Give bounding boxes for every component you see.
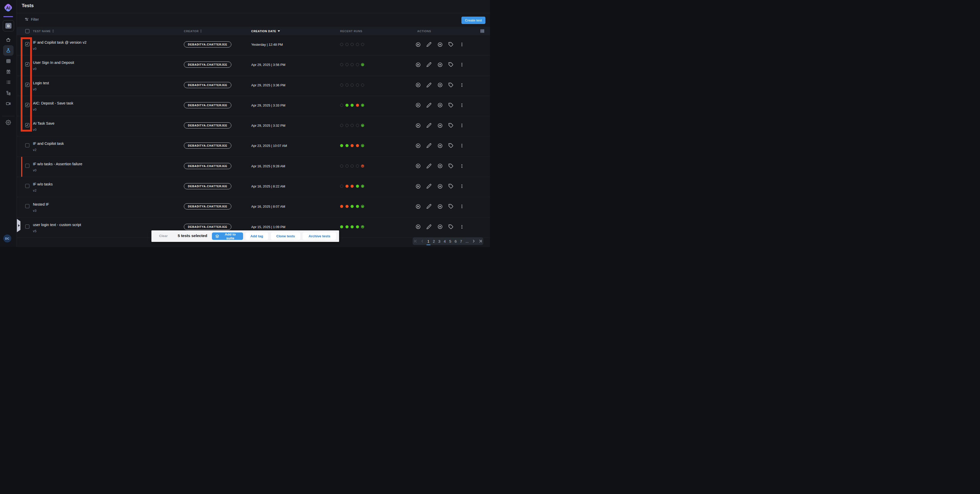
page-button-1[interactable]: 1: [427, 239, 430, 244]
table-row[interactable]: IF w/o tasks - Assertion failure v0 DEBA…: [17, 157, 490, 177]
edit-test-button[interactable]: [426, 183, 432, 189]
last-page-button[interactable]: [479, 239, 483, 244]
edit-test-button[interactable]: [426, 123, 432, 128]
table-row[interactable]: Login test v0 DEBADITYA.CHATTERJEE Apr 2…: [17, 76, 490, 96]
select-all-checkbox[interactable]: [25, 29, 29, 33]
table-row[interactable]: AIC: Deposit - Save task v0 DEBADITYA.CH…: [17, 96, 490, 116]
run-test-button[interactable]: [415, 163, 421, 169]
filter-button[interactable]: Filter: [24, 17, 39, 21]
test-name[interactable]: IF w/o tasks - Assertion failure: [33, 162, 82, 166]
column-test-name[interactable]: TEST NAME: [33, 27, 54, 35]
prev-page-button[interactable]: [420, 239, 425, 244]
more-options-button[interactable]: [459, 41, 465, 47]
more-options-button[interactable]: [459, 62, 465, 67]
edit-test-button[interactable]: [426, 143, 432, 148]
table-row[interactable]: IF w/o tasks v2 DEBADITYA.CHATTERJEE Apr…: [17, 177, 490, 197]
tag-button[interactable]: [448, 82, 454, 88]
add-tag-bulk-button[interactable]: Add tag: [245, 233, 268, 240]
more-options-button[interactable]: [459, 163, 465, 169]
tag-button[interactable]: [448, 62, 454, 67]
add-to-suite-button[interactable]: [437, 143, 443, 148]
add-to-suite-button[interactable]: [437, 204, 443, 209]
add-to-suite-button[interactable]: [437, 123, 443, 128]
row-checkbox[interactable]: [25, 42, 29, 46]
first-page-button[interactable]: [414, 239, 417, 244]
tag-button[interactable]: [448, 183, 454, 189]
archive-tests-button[interactable]: Archive tests: [302, 233, 336, 240]
test-name[interactable]: IF and Copilot task @ version v2: [33, 40, 87, 45]
test-name[interactable]: user login text - custom script: [33, 223, 81, 227]
page-button-4[interactable]: 4: [444, 239, 446, 244]
add-to-suite-button[interactable]: [437, 163, 443, 169]
tag-button[interactable]: [448, 224, 454, 229]
sidebar-item-suites[interactable]: [3, 66, 14, 77]
sidebar-item-runs-list[interactable]: [3, 77, 14, 88]
run-test-button[interactable]: [415, 82, 421, 88]
add-to-suite-button[interactable]: [437, 224, 443, 229]
run-test-button[interactable]: [415, 204, 421, 209]
sidebar-item-results-grid[interactable]: [3, 56, 14, 66]
clone-tests-button[interactable]: Clone tests: [271, 233, 300, 240]
create-test-button[interactable]: Create test: [461, 17, 485, 24]
table-row[interactable]: Nested IF v3 DEBADITYA.CHATTERJEE Apr 16…: [17, 197, 490, 217]
sidebar-item-home[interactable]: [3, 35, 14, 45]
test-name[interactable]: Login test: [33, 81, 49, 85]
row-checkbox[interactable]: [25, 225, 29, 229]
table-row[interactable]: AI Task Save v0 DEBADITYA.CHATTERJEE Apr…: [17, 116, 490, 136]
column-creator[interactable]: CREATOR: [184, 27, 202, 35]
tag-button[interactable]: [448, 123, 454, 128]
sidebar-item-recordings[interactable]: [3, 98, 14, 109]
run-test-button[interactable]: [415, 41, 421, 47]
run-test-button[interactable]: [415, 183, 421, 189]
row-checkbox[interactable]: [25, 143, 29, 147]
page-button-6[interactable]: 6: [454, 239, 457, 244]
edit-test-button[interactable]: [426, 204, 432, 209]
test-name[interactable]: IF w/o tasks: [33, 182, 52, 186]
more-options-button[interactable]: [459, 82, 465, 88]
page-button-7[interactable]: 7: [460, 239, 463, 244]
table-row[interactable]: User Sign In and Deposit v0 DEBADITYA.CH…: [17, 56, 490, 76]
column-creation-date[interactable]: CREATION DATE: [251, 27, 280, 35]
page-button-3[interactable]: 3: [438, 239, 441, 244]
row-checkbox[interactable]: [25, 103, 29, 107]
edit-test-button[interactable]: [426, 163, 432, 169]
row-checkbox[interactable]: [25, 204, 29, 208]
column-settings-icon[interactable]: [480, 29, 484, 33]
test-name[interactable]: Nested IF: [33, 202, 49, 206]
run-test-button[interactable]: [415, 143, 421, 148]
row-checkbox[interactable]: [25, 164, 29, 168]
more-options-button[interactable]: [459, 183, 465, 189]
add-to-suite-button[interactable]: [437, 183, 443, 189]
page-button-2[interactable]: 2: [433, 239, 435, 244]
sidebar-item-tests[interactable]: [3, 45, 14, 56]
add-to-suite-button[interactable]: [437, 82, 443, 88]
clear-selection-button[interactable]: Clear: [159, 234, 168, 238]
tag-button[interactable]: [448, 102, 454, 108]
edit-test-button[interactable]: [426, 224, 432, 229]
add-to-suite-button[interactable]: [437, 41, 443, 47]
more-options-button[interactable]: [459, 123, 465, 128]
test-name[interactable]: AI Task Save: [33, 121, 54, 126]
run-test-button[interactable]: [415, 224, 421, 229]
edit-test-button[interactable]: [426, 102, 432, 108]
tag-button[interactable]: [448, 143, 454, 148]
more-options-button[interactable]: [459, 102, 465, 108]
test-name[interactable]: AIC: Deposit - Save task: [33, 101, 73, 105]
table-row[interactable]: IF and Copilot task v2 DEBADITYA.CHATTER…: [17, 136, 490, 156]
tag-button[interactable]: [448, 163, 454, 169]
test-name[interactable]: IF and Copilot task: [33, 142, 64, 146]
edit-test-button[interactable]: [426, 82, 432, 88]
edit-test-button[interactable]: [426, 41, 432, 47]
run-test-button[interactable]: [415, 123, 421, 128]
sidebar-item-settings[interactable]: [3, 117, 14, 128]
more-options-button[interactable]: [459, 224, 465, 229]
row-checkbox[interactable]: [25, 62, 29, 66]
more-options-button[interactable]: [459, 143, 465, 148]
row-checkbox[interactable]: [25, 184, 29, 188]
add-to-suite-bulk-button[interactable]: Add to suite: [212, 233, 243, 240]
workspace-switcher[interactable]: D: [3, 20, 14, 32]
tag-button[interactable]: [448, 204, 454, 209]
edit-test-button[interactable]: [426, 62, 432, 67]
row-checkbox[interactable]: [25, 83, 29, 87]
test-name[interactable]: User Sign In and Deposit: [33, 61, 74, 65]
